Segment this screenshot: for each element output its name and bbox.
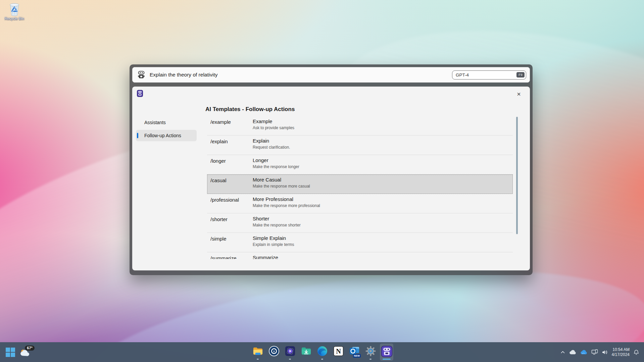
templates-panel: ✕ AI Templates - Follow-up Actions Assis… [132,87,530,270]
template-description: Request clarification. [253,145,290,150]
template-row[interactable]: /summarize Summarize [207,252,513,259]
templates-sidebar: Assistants Follow-up Actions [136,117,197,141]
template-name: Example [253,118,294,124]
onedrive-paused-icon[interactable] [569,350,577,355]
robot-icon [137,70,146,79]
page-title: AI Templates - Follow-up Actions [205,106,295,113]
assistant-prompt-bar[interactable]: Explain the theory of relativity GPT-4 F… [132,67,530,83]
weather-widget[interactable]: 67° [19,348,33,358]
model-selector[interactable]: GPT-4 F9 [452,70,526,80]
template-description: Ask to provide samples [253,125,294,130]
model-hotkey-badge: F9 [516,72,525,77]
model-name: GPT-4 [456,72,469,77]
file-explorer-icon[interactable] [251,344,264,361]
template-row[interactable]: /professional More Professional Make the… [207,194,513,213]
notion-icon[interactable]: N [332,344,345,361]
weather-temp: 67° [25,346,35,351]
template-row[interactable]: /casual More Casual Make the response mo… [207,174,513,194]
recycle-bin-label: Recycle Bin [3,16,26,20]
sidebar-item-label: Follow-up Actions [144,133,181,138]
onedrive-icon[interactable] [580,350,588,355]
template-command: /casual [210,177,253,194]
scrollbar[interactable] [516,117,518,234]
taskbar: 67° [0,342,644,362]
downloads-icon[interactable] [299,344,313,361]
cast-display-icon[interactable] [591,349,598,355]
template-command: /simple [210,235,253,252]
template-row[interactable]: /simple Simple Explain Explain in simple… [207,233,513,252]
template-row[interactable]: /shorter Shorter Make the response short… [207,213,513,233]
template-name: Explain [253,138,290,144]
templates-list: /example Example Ask to provide samples … [207,116,513,259]
template-name: Longer [253,157,299,163]
template-row[interactable]: /example Example Ask to provide samples [207,116,513,136]
template-name: Simple Explain [253,235,294,241]
outlook-new-badge: NEW [353,354,361,358]
template-name: More Casual [253,177,310,183]
tray-date: 4/17/2024 [612,352,630,357]
1password-icon[interactable] [267,344,281,361]
template-command: /example [210,118,253,135]
template-command: /shorter [210,216,253,232]
template-command: /summarize [210,255,253,259]
ai-assistant-icon[interactable] [380,344,393,361]
assistant-app-icon [137,90,143,97]
system-tray: 10:54 AM 4/17/2024 [560,342,644,362]
sidebar-item[interactable]: Follow-up Actions [136,130,197,141]
template-description: Make the response shorter [253,223,301,227]
template-row[interactable]: /longer Longer Make the response longer [207,155,513,174]
template-name: Summarize [253,255,278,259]
taskbar-apps: N NEW [251,344,393,361]
settings-icon[interactable] [364,344,377,361]
close-icon[interactable]: ✕ [515,91,523,98]
template-command: /longer [210,157,253,174]
volume-icon[interactable] [602,350,608,355]
template-description: Explain in simple terms [253,242,294,247]
microsoft-edge-icon[interactable] [315,344,329,361]
template-name: More Professional [253,196,320,202]
template-description: Make the response more casual [253,184,310,189]
notifications-bell-icon[interactable] [633,349,639,355]
template-command: /explain [210,138,253,155]
template-description: Make the response longer [253,164,299,169]
sidebar-item[interactable]: Assistants [136,117,197,128]
outlook-icon[interactable]: NEW [348,344,361,361]
recycle-bin-shortcut[interactable]: Recycle Bin [3,2,26,20]
notion-letter: N [336,348,341,355]
template-command: /professional [210,196,253,213]
recycle-bin-icon [3,2,26,16]
sidebar-item-label: Assistants [144,120,166,125]
template-name: Shorter [253,216,301,221]
prompt-input-text[interactable]: Explain the theory of relativity [150,72,217,78]
start-button[interactable] [5,347,15,357]
template-row[interactable]: /explain Explain Request clarification. [207,136,513,155]
media-player-icon[interactable] [283,344,297,361]
template-description: Make the response more professional [253,203,320,208]
tray-time: 10:54 AM [612,347,630,352]
clock[interactable]: 10:54 AM 4/17/2024 [612,347,630,357]
tray-chevron-icon[interactable] [560,350,565,355]
